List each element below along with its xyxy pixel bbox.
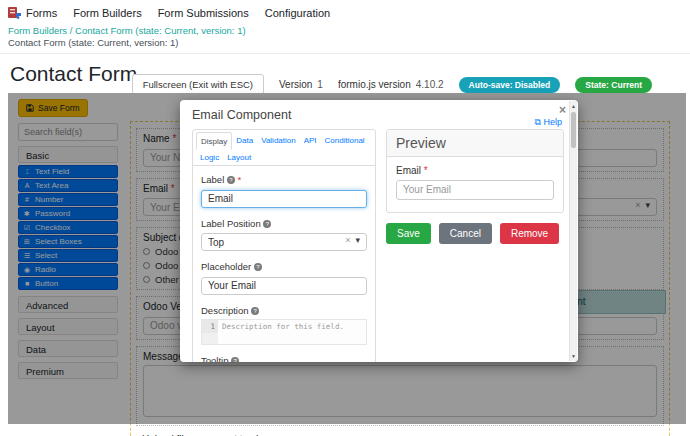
upload-files-label: Upload files you want to share...: [136, 432, 664, 436]
description-code-editor[interactable]: 1Description for this field.: [201, 319, 367, 345]
tab-data[interactable]: Data: [232, 132, 257, 149]
preview-email-input[interactable]: [396, 180, 554, 200]
description-field: Description ? 1Description for this fiel…: [201, 305, 367, 345]
nav-item-form-builders[interactable]: Form Builders: [73, 7, 141, 19]
remove-button[interactable]: Remove: [500, 223, 559, 244]
required-asterisk: *: [424, 165, 428, 176]
breadcrumb-current[interactable]: Contact Form (state: Current, version: 1…: [75, 25, 246, 36]
nav-item-form-submissions[interactable]: Form Submissions: [158, 7, 249, 19]
placeholder-field: Placeholder ?: [201, 261, 367, 295]
close-icon[interactable]: ×: [559, 103, 566, 117]
top-navbar: Forms Form Builders Form Submissions Con…: [0, 0, 690, 23]
question-icon: ?: [254, 263, 262, 271]
autosave-badge: Auto-save: Disabled: [459, 77, 561, 93]
preview-column: Preview Email * Save Cancel Remove: [386, 129, 564, 362]
scroll-down-icon[interactable]: ▼: [570, 353, 577, 359]
placeholder-input[interactable]: [201, 277, 367, 295]
label-input[interactable]: [201, 190, 367, 208]
formio-version-value: 4.10.2: [416, 79, 444, 90]
question-icon: ?: [231, 357, 239, 363]
breadcrumb-link[interactable]: Form Builders: [8, 25, 67, 36]
label-position-select[interactable]: [201, 233, 367, 251]
external-window-icon: ⧉: [535, 117, 541, 127]
tooltip-field: Tooltip ? 1To add a tooltip to this fiel…: [201, 355, 367, 363]
version-value: 1: [317, 79, 323, 90]
settings-panel: Display Data Validation API Conditional …: [192, 129, 376, 362]
required-asterisk: *: [238, 174, 242, 185]
formio-version-label: formio.js version: [338, 79, 411, 90]
cancel-button[interactable]: Cancel: [439, 223, 492, 244]
breadcrumb-subtitle: Contact Form (state: Current, version: 1…: [8, 37, 682, 48]
save-button[interactable]: Save: [386, 223, 431, 244]
label-position-field: Label Position ? ×▾: [201, 218, 367, 252]
tab-logic[interactable]: Logic: [196, 149, 223, 165]
version-label: Version: [279, 79, 312, 90]
chevron-down-icon[interactable]: ▾: [355, 235, 360, 245]
modal-buttons: Save Cancel Remove: [386, 223, 564, 244]
scroll-up-icon[interactable]: ▲: [570, 103, 577, 109]
settings-tabs: Display Data Validation API Conditional …: [193, 130, 375, 166]
modal-title: Email Component: [192, 108, 564, 122]
app-window: Forms Form Builders Form Submissions Con…: [0, 0, 690, 436]
tab-display[interactable]: Display: [196, 132, 232, 150]
question-icon: ?: [263, 220, 271, 228]
tab-conditional[interactable]: Conditional: [321, 132, 369, 149]
tab-api[interactable]: API: [300, 132, 321, 149]
app-logo-icon: [8, 6, 21, 19]
breadcrumb: Form Builders / Contact Form (state: Cur…: [0, 23, 690, 54]
clear-icon[interactable]: ×: [345, 235, 350, 245]
tab-validation[interactable]: Validation: [257, 132, 300, 149]
scrollbar-thumb[interactable]: [571, 112, 576, 148]
question-icon: ?: [227, 176, 235, 184]
question-icon: ?: [251, 307, 259, 315]
nav-brand-label: Forms: [26, 7, 57, 19]
nav-brand[interactable]: Forms: [8, 6, 57, 19]
help-link[interactable]: ⧉ Help: [535, 117, 562, 128]
preview-panel: Preview Email *: [386, 129, 564, 213]
fullscreen-button[interactable]: Fullscreen (Exit with ESC): [132, 74, 264, 95]
modal-scrollbar[interactable]: ▲ ▼: [569, 101, 577, 361]
nav-item-configuration[interactable]: Configuration: [265, 7, 330, 19]
tab-layout[interactable]: Layout: [223, 149, 255, 165]
select-glyphs: ×▾: [345, 235, 360, 245]
preview-title: Preview: [387, 130, 563, 157]
email-component-modal: Email Component × ⧉ Help Display Data Va…: [180, 100, 578, 362]
state-badge: State: Current: [575, 77, 652, 93]
breadcrumb-separator: /: [70, 25, 73, 36]
label-field: Label ? *: [201, 174, 367, 208]
